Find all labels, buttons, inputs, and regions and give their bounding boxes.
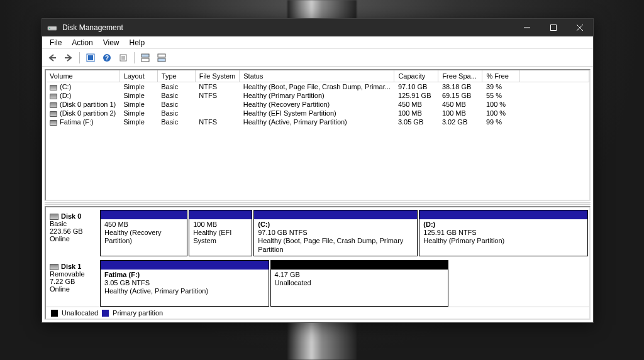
legend-swatch-unallocated: [51, 310, 58, 317]
menu-action[interactable]: Action: [67, 37, 97, 48]
svg-rect-17: [142, 58, 149, 62]
pane-splitter[interactable]: [45, 202, 591, 205]
col-status[interactable]: Status: [240, 70, 394, 82]
svg-rect-3: [551, 25, 557, 31]
menu-view[interactable]: View: [98, 37, 125, 48]
svg-rect-19: [158, 58, 165, 62]
partition-stripe: [271, 261, 448, 270]
window-title: Disk Management: [62, 23, 123, 32]
partition[interactable]: 4.17 GBUnallocated: [270, 260, 449, 307]
partition-info: 100 MBHealthy (EFI System: [189, 219, 252, 256]
volume-row[interactable]: Fatima (F:)SimpleBasicNTFSHealthy (Activ…: [46, 117, 589, 126]
partition[interactable]: (C:)97.10 GB NTFSHealthy (Boot, Page Fil…: [253, 210, 418, 256]
volume-row[interactable]: (C:)SimpleBasicNTFSHealthy (Boot, Page F…: [46, 82, 589, 92]
partition-stripe: [419, 210, 587, 219]
col-freespace[interactable]: Free Spa...: [438, 70, 482, 82]
legend-label-unallocated: Unallocated: [62, 309, 98, 317]
minimize-button[interactable]: [514, 19, 540, 36]
disk-icon: [50, 214, 58, 220]
volume-icon: [50, 85, 57, 90]
menu-help[interactable]: Help: [125, 37, 150, 48]
partition[interactable]: 100 MBHealthy (EFI System: [189, 210, 252, 256]
legend: Unallocated Primary partition: [46, 307, 589, 319]
properties-button[interactable]: [116, 51, 131, 65]
partition-info: (C:)97.10 GB NTFSHealthy (Boot, Page Fil…: [254, 219, 417, 256]
svg-rect-9: [88, 55, 93, 60]
disk-icon: [50, 264, 58, 270]
titlebar[interactable]: Disk Management: [42, 19, 593, 36]
col-volume[interactable]: Volume: [46, 70, 119, 82]
volume-row[interactable]: (Disk 0 partition 2)SimpleBasicHealthy (…: [46, 109, 589, 117]
view-bottom-button[interactable]: [154, 51, 169, 65]
volume-row[interactable]: (Disk 0 partition 1)SimpleBasicHealthy (…: [46, 100, 589, 109]
help-button[interactable]: ?: [99, 51, 114, 65]
disk-partitions: Fatima (F:)3.05 GB NTFSHealthy (Active, …: [100, 260, 448, 307]
col-spacer: [520, 70, 589, 82]
partition-info: 450 MBHealthy (Recovery Partition): [101, 219, 187, 256]
refresh-button[interactable]: [83, 51, 98, 65]
app-icon: [47, 23, 57, 33]
disk-label[interactable]: Disk 0Basic223.56 GBOnline: [47, 210, 100, 256]
partition[interactable]: 450 MBHealthy (Recovery Partition): [100, 210, 187, 256]
volume-header-row[interactable]: Volume Layout Type File System Status Ca…: [46, 70, 589, 82]
content-area: Volume Layout Type File System Status Ca…: [42, 67, 593, 322]
legend-swatch-primary: [102, 310, 109, 317]
disk-label[interactable]: Disk 1Removable7.22 GBOnline: [47, 260, 100, 307]
volume-row[interactable]: (D:)SimpleBasicNTFSHealthy (Primary Part…: [46, 91, 589, 100]
graphical-view: Disk 0Basic223.56 GBOnline450 MBHealthy …: [45, 206, 591, 320]
disk-row: Disk 0Basic223.56 GBOnline450 MBHealthy …: [47, 210, 588, 256]
toolbar-separator: [134, 52, 135, 63]
disk-partitions: 450 MBHealthy (Recovery Partition)100 MB…: [100, 210, 588, 256]
graphical-scroll[interactable]: Disk 0Basic223.56 GBOnline450 MBHealthy …: [46, 207, 589, 307]
partition-stripe: [101, 261, 269, 270]
partition-stripe: [189, 210, 252, 219]
svg-rect-18: [158, 54, 165, 57]
view-top-button[interactable]: [138, 51, 153, 65]
volume-icon: [50, 102, 57, 108]
volume-icon: [50, 120, 57, 126]
col-layout[interactable]: Layout: [119, 70, 157, 82]
partition-info: 4.17 GBUnallocated: [271, 270, 448, 306]
partition-info: (D:)125.91 GB NTFSHealthy (Primary Parti…: [419, 219, 587, 256]
back-button[interactable]: [45, 51, 60, 65]
disk-row: Disk 1Removable7.22 GBOnlineFatima (F:)3…: [47, 260, 588, 307]
forward-button[interactable]: [61, 51, 76, 65]
volume-icon: [50, 94, 57, 99]
partition-stripe: [254, 210, 417, 219]
toolbar-separator: [79, 52, 80, 63]
col-capacity[interactable]: Capacity: [394, 70, 438, 82]
volume-icon: [50, 111, 57, 117]
maximize-button[interactable]: [540, 19, 567, 36]
menubar: File Action View Help: [42, 36, 593, 49]
col-pctfree[interactable]: % Free: [482, 70, 520, 82]
close-button[interactable]: [567, 19, 593, 36]
partition-stripe: [101, 210, 187, 219]
col-filesystem[interactable]: File System: [195, 70, 239, 82]
svg-rect-16: [142, 54, 149, 57]
svg-text:?: ?: [105, 55, 109, 62]
legend-label-primary: Primary partition: [113, 309, 163, 317]
partition-info: Fatima (F:)3.05 GB NTFSHealthy (Active, …: [101, 270, 269, 306]
col-type[interactable]: Type: [157, 70, 195, 82]
svg-point-1: [49, 28, 50, 29]
volume-list[interactable]: Volume Layout Type File System Status Ca…: [45, 69, 591, 201]
toolbar: ?: [42, 49, 593, 67]
disk-management-window: Disk Management File Action View Help: [42, 18, 594, 323]
partition[interactable]: Fatima (F:)3.05 GB NTFSHealthy (Active, …: [100, 260, 269, 307]
menu-file[interactable]: File: [45, 37, 67, 48]
partition[interactable]: (D:)125.91 GB NTFSHealthy (Primary Parti…: [419, 210, 588, 256]
